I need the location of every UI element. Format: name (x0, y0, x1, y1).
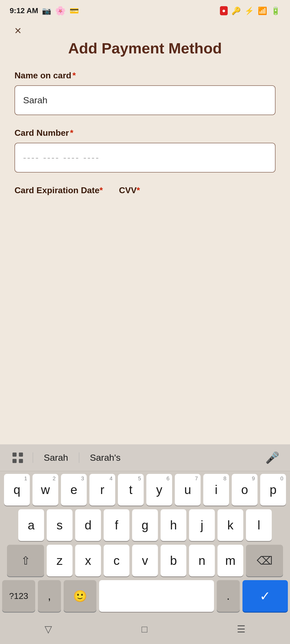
suggestion-sarah[interactable]: Sarah (33, 452, 79, 463)
card-number-field-group: Card Number* ---- ---- ---- ---- (15, 128, 276, 173)
key-y[interactable]: 6 y (146, 474, 172, 506)
status-bar: 9:12 AM 📷 🌸 💳 ● 🔑 ⚡ 📶 🔋 (0, 0, 290, 19)
key-row-4: ?123 , 🙂 . ✓ (2, 580, 288, 612)
keyboard-rows: 1 q 2 w 3 e 4 r 5 t 6 y (0, 471, 290, 617)
card-number-input[interactable]: ---- ---- ---- ---- (15, 143, 276, 173)
key-d[interactable]: d (75, 509, 101, 541)
wifi-icon: 📶 (258, 6, 267, 15)
key-p[interactable]: 0 p (260, 474, 286, 506)
expiry-cvv-labels: Card Expiration Date* CVV* (15, 185, 276, 201)
key-u[interactable]: 7 u (175, 474, 201, 506)
grid-icon[interactable] (8, 448, 27, 467)
key-f[interactable]: f (104, 509, 129, 541)
key-row-2: a s d f g h j k l (2, 509, 288, 541)
return-key[interactable]: ✓ (242, 580, 288, 612)
key-b[interactable]: b (161, 545, 186, 576)
shift-key[interactable]: ⇧ (7, 545, 44, 576)
key-i[interactable]: 8 i (203, 474, 229, 506)
status-time: 9:12 AM (10, 6, 38, 15)
key-k[interactable]: k (218, 509, 243, 541)
form-area: × Add Payment Method Name on card* Card … (0, 19, 290, 201)
key-t[interactable]: 5 t (118, 474, 144, 506)
key-m[interactable]: m (218, 545, 243, 576)
key-o[interactable]: 9 o (232, 474, 258, 506)
svg-rect-2 (13, 459, 17, 463)
key-j[interactable]: j (189, 509, 215, 541)
key-x[interactable]: x (75, 545, 101, 576)
nav-home-icon[interactable]: □ (142, 624, 147, 635)
num-key[interactable]: ?123 (2, 580, 35, 612)
bluetooth-icon: ⚡ (245, 6, 254, 15)
emoji-key[interactable]: 🙂 (64, 580, 97, 612)
space-key[interactable] (99, 580, 214, 612)
expiration-label: Card Expiration Date* (15, 185, 103, 195)
close-button[interactable]: × (15, 25, 21, 36)
key-row-3: ⇧ z x c v b n m ⌫ (2, 545, 288, 576)
nav-menu-icon[interactable]: ☰ (237, 624, 245, 635)
key-s[interactable]: s (47, 509, 73, 541)
video-icon: 📷 (42, 6, 51, 15)
svg-rect-1 (19, 452, 23, 456)
key-g[interactable]: g (132, 509, 158, 541)
name-field-group: Name on card* (15, 71, 276, 115)
key-row-1: 1 q 2 w 3 e 4 r 5 t 6 y (2, 474, 288, 506)
battery-icon: 🔋 (271, 6, 280, 15)
key-icon: 🔑 (231, 6, 241, 15)
key-h[interactable]: h (161, 509, 186, 541)
key-r[interactable]: 4 r (89, 474, 115, 506)
key-a[interactable]: a (18, 509, 44, 541)
key-v[interactable]: v (132, 545, 158, 576)
key-n[interactable]: n (189, 545, 215, 576)
nav-back-icon[interactable]: ▽ (45, 624, 52, 635)
nav-bar: ▽ □ ☰ (0, 617, 290, 644)
cvv-label: CVV* (119, 185, 140, 195)
page-title: Add Payment Method (15, 39, 276, 57)
period-key[interactable]: . (217, 580, 240, 612)
suggestion-sarahs[interactable]: Sarah's (79, 452, 131, 463)
comma-key[interactable]: , (38, 580, 61, 612)
camera-record-icon: ● (220, 6, 228, 15)
key-w[interactable]: 2 w (32, 474, 58, 506)
keyboard-suggestions: Sarah Sarah's 🎤 (0, 444, 290, 471)
wallet-icon: 💳 (70, 6, 79, 15)
name-input[interactable] (15, 85, 276, 115)
key-q[interactable]: 1 q (4, 474, 30, 506)
svg-rect-0 (13, 452, 17, 456)
mic-icon[interactable]: 🎤 (263, 448, 282, 467)
instagram-icon: 🌸 (55, 6, 66, 16)
key-c[interactable]: c (104, 545, 129, 576)
name-label: Name on card* (15, 71, 276, 80)
card-number-label: Card Number* (15, 128, 276, 138)
key-z[interactable]: z (47, 545, 73, 576)
keyboard: Sarah Sarah's 🎤 1 q 2 w 3 e 4 r (0, 444, 290, 644)
key-l[interactable]: l (246, 509, 272, 541)
backspace-key[interactable]: ⌫ (246, 545, 283, 576)
key-e[interactable]: 3 e (61, 474, 87, 506)
svg-rect-3 (19, 459, 23, 463)
